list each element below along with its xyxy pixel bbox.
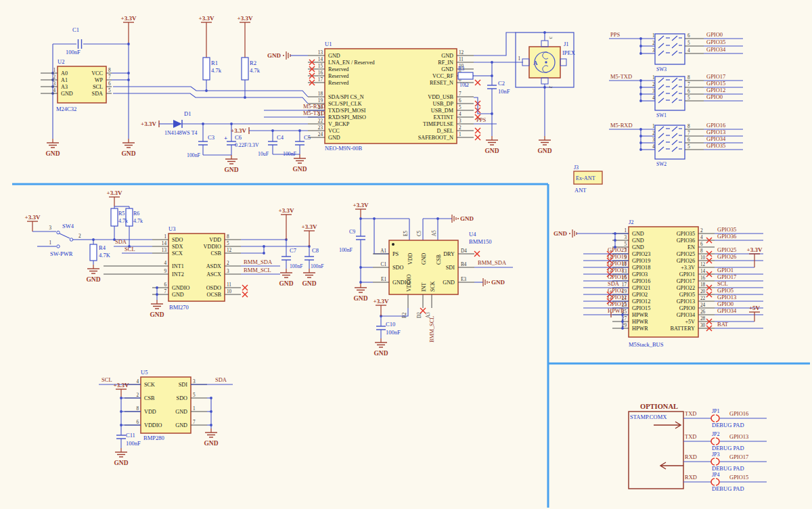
pin-number: 5 <box>459 105 461 110</box>
junction-dot <box>639 93 642 95</box>
net-label: GPIO17 <box>717 273 736 280</box>
pin-name: LNA_EN / Reserved <box>328 60 375 66</box>
junction-dot <box>244 96 246 99</box>
pin-number: 18 <box>700 282 706 288</box>
pin-name: SDO <box>392 265 403 271</box>
net-label: M5-TXD <box>610 73 632 80</box>
pin-number: 3 <box>652 137 655 143</box>
pin-number: 3 <box>459 118 461 124</box>
value-label: 10uF <box>258 151 269 157</box>
pin-number: 4 <box>136 379 139 384</box>
pin-number: 5 <box>687 95 690 101</box>
net-label: TXD <box>685 433 696 440</box>
pin-name: GPIO25 <box>677 251 695 257</box>
net-label: BMM_SDA <box>478 259 507 266</box>
value-label: 100nF <box>339 247 353 253</box>
pin-name: A3 <box>61 84 68 90</box>
pin-number: 15 <box>318 64 323 69</box>
ref-designator: R4 <box>99 244 106 251</box>
ref-designator: U5 <box>141 369 148 376</box>
ref-designator: R1 <box>211 60 218 66</box>
gnd-label: GND <box>45 150 60 157</box>
ref-designator: R6 <box>133 211 139 217</box>
pin-number: 24 <box>318 132 323 137</box>
pin-number: 5 <box>687 144 690 150</box>
net-label: GPIO16 <box>729 410 748 417</box>
net-label: RXD <box>685 453 697 460</box>
ref-designator: C6 <box>235 134 242 141</box>
pin-number: 3 <box>652 89 655 94</box>
pin-number: 6 <box>687 89 690 94</box>
net-label: GPIO15 <box>729 474 748 481</box>
pin-number: 2 <box>53 74 55 80</box>
pin-number: B2 <box>402 312 407 318</box>
ref-designator: C2 <box>498 80 505 87</box>
gnd-label: GND <box>374 350 388 357</box>
pin-number: 11 <box>227 282 231 288</box>
net-label: SCL <box>717 280 728 287</box>
pin-name: HPWR <box>632 312 648 318</box>
pin-number: 8 <box>227 234 229 240</box>
gnd-label: GND <box>292 166 307 173</box>
net-label: GPIO3 <box>608 267 624 273</box>
pin-name: GPIO3 <box>632 271 648 278</box>
pin-number: 7 <box>164 289 166 294</box>
net-label: GPIO15 <box>608 301 627 307</box>
value-label: 1N4148WS T4 <box>164 130 198 136</box>
pin-name: SCK <box>430 281 436 292</box>
junction-dot <box>621 313 624 316</box>
pin-name: GPIO16 <box>632 278 650 284</box>
net-label: GPIO23 <box>608 246 627 253</box>
switch-contact <box>57 245 60 248</box>
net-label: GPIO13 <box>729 433 748 440</box>
gnd-label: GND <box>353 295 367 302</box>
pin-number: 1 <box>652 75 655 81</box>
pin-name: ASDX <box>206 263 221 269</box>
pin-name: Reserved <box>328 73 348 79</box>
value-label: 4.7k <box>211 67 222 74</box>
ref-designator: SW3 <box>656 66 667 72</box>
pin-number: 7 <box>687 131 690 136</box>
pin-name: DRY <box>443 251 455 257</box>
pin-number: 22 <box>318 118 323 124</box>
pin-name: HPWR <box>632 319 648 325</box>
pin-name: GPIO34 <box>677 312 695 318</box>
pin-number: 1 <box>652 33 655 39</box>
pin-name: GPIO26 <box>677 258 695 264</box>
ref-designator: R5 <box>118 211 125 217</box>
value-label: 10nF <box>498 88 510 95</box>
pin-name: ASCX <box>206 271 221 278</box>
gnd-label: GND <box>86 276 100 283</box>
ref-designator: J1 <box>564 41 569 47</box>
pin-name: GPIO17 <box>677 278 695 284</box>
net-label: SDA <box>608 280 620 287</box>
net-label: GPIO5 <box>717 287 734 294</box>
pin-name: VDDIO <box>406 274 412 292</box>
part-label: BMM150 <box>469 238 492 245</box>
value-label: 10Ω <box>459 82 469 88</box>
pin-number: 8 <box>108 68 111 73</box>
pin-number: 14 <box>318 57 323 62</box>
part-label: M24C32 <box>56 106 76 112</box>
net-label: GPIO34 <box>706 46 726 53</box>
pin-name: GPIO2 <box>632 292 648 298</box>
ref-designator: JP4 <box>712 472 720 478</box>
pin-number: 4 <box>700 235 703 240</box>
net-label: GPIO34 <box>717 307 737 314</box>
pin-name: SCX <box>172 250 183 257</box>
power-label: +3.3V <box>374 298 389 305</box>
net-label: GPIO13 <box>717 294 736 301</box>
value-label: 100nF <box>126 440 141 447</box>
junction-dot <box>639 141 642 144</box>
net-label: RXD <box>685 474 697 481</box>
pin-number: 1 <box>624 228 627 234</box>
pin-name: OCSB <box>207 292 222 298</box>
net-label: GPIO34 <box>706 135 726 142</box>
power-label: +3.3V <box>279 207 294 214</box>
pin-name: GPIO12 <box>632 298 650 305</box>
pin-name: VDD <box>144 409 156 415</box>
junction-dot <box>639 148 642 151</box>
power-label: +3.3V <box>231 127 246 134</box>
pad-label: DEBUG PAD <box>712 422 744 428</box>
pin-name: VCC <box>328 128 340 134</box>
